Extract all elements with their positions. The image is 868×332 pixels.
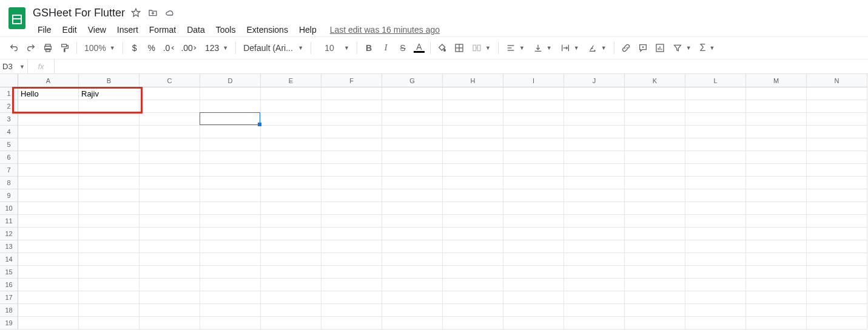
cell[interactable]	[625, 291, 685, 304]
cell[interactable]	[79, 100, 140, 113]
cell[interactable]	[807, 100, 867, 113]
cell[interactable]	[382, 138, 443, 151]
cell[interactable]	[625, 266, 685, 279]
cell[interactable]	[140, 100, 200, 113]
menu-view[interactable]: View	[83, 22, 111, 37]
cell[interactable]	[18, 240, 79, 253]
column-header[interactable]: N	[807, 74, 867, 87]
cell[interactable]	[200, 189, 261, 202]
cell[interactable]	[746, 164, 807, 177]
vertical-align-dropdown[interactable]: ▼	[530, 40, 556, 56]
menu-insert[interactable]: Insert	[112, 22, 143, 37]
cell[interactable]	[140, 177, 200, 189]
cell[interactable]	[443, 113, 503, 126]
cell[interactable]	[746, 279, 807, 291]
fill-color-button[interactable]	[434, 40, 450, 56]
cell[interactable]	[261, 215, 321, 228]
cell[interactable]	[746, 317, 807, 330]
cell[interactable]	[140, 228, 200, 240]
cell[interactable]	[503, 164, 564, 177]
more-formats-dropdown[interactable]: 123▼	[201, 40, 232, 56]
font-dropdown[interactable]: Default (Ari...▼	[240, 40, 307, 56]
cell[interactable]	[200, 113, 261, 126]
cell[interactable]	[140, 291, 200, 304]
cell[interactable]	[382, 279, 443, 291]
cell[interactable]	[200, 304, 261, 317]
cell[interactable]	[443, 240, 503, 253]
row-header[interactable]: 2	[0, 100, 18, 113]
cell[interactable]	[18, 151, 79, 164]
cell[interactable]	[685, 215, 746, 228]
cell[interactable]	[685, 279, 746, 291]
cell[interactable]	[685, 202, 746, 215]
cell[interactable]	[382, 228, 443, 240]
column-header[interactable]: H	[443, 74, 503, 87]
row-header[interactable]: 6	[0, 151, 18, 164]
cell[interactable]	[382, 215, 443, 228]
cell[interactable]	[443, 138, 503, 151]
cell[interactable]	[321, 317, 382, 330]
cell[interactable]	[807, 304, 867, 317]
row-header[interactable]: 4	[0, 126, 18, 138]
cell[interactable]	[443, 177, 503, 189]
cell[interactable]	[140, 240, 200, 253]
move-icon[interactable]	[147, 7, 159, 19]
currency-button[interactable]: $	[127, 40, 143, 56]
cell[interactable]	[18, 177, 79, 189]
column-header[interactable]: M	[746, 74, 807, 87]
cell[interactable]	[321, 126, 382, 138]
cell[interactable]	[140, 253, 200, 266]
cell[interactable]	[807, 126, 867, 138]
cell[interactable]	[564, 189, 625, 202]
cell[interactable]	[321, 253, 382, 266]
cell[interactable]	[261, 164, 321, 177]
cell[interactable]	[443, 228, 503, 240]
cell[interactable]	[321, 304, 382, 317]
document-title[interactable]: GSHeet For Flutter	[33, 7, 125, 19]
cell[interactable]	[746, 87, 807, 100]
cell[interactable]	[564, 100, 625, 113]
cell[interactable]	[321, 164, 382, 177]
cell[interactable]	[503, 279, 564, 291]
cell[interactable]	[200, 279, 261, 291]
cell[interactable]	[140, 266, 200, 279]
text-rotation-dropdown[interactable]: ▼	[584, 40, 610, 56]
cell[interactable]	[443, 253, 503, 266]
row-header[interactable]: 14	[0, 253, 18, 266]
cell[interactable]	[140, 164, 200, 177]
cell[interactable]	[625, 164, 685, 177]
cell[interactable]	[685, 240, 746, 253]
undo-button[interactable]	[6, 40, 22, 56]
functions-dropdown[interactable]: Σ▼	[696, 40, 719, 56]
cell[interactable]	[79, 177, 140, 189]
cell[interactable]	[18, 189, 79, 202]
cell[interactable]	[503, 189, 564, 202]
cell[interactable]	[79, 126, 140, 138]
cell[interactable]	[685, 126, 746, 138]
cell[interactable]	[685, 138, 746, 151]
insert-comment-button[interactable]	[635, 40, 651, 56]
column-header[interactable]: D	[200, 74, 261, 87]
column-header[interactable]: J	[564, 74, 625, 87]
cell[interactable]	[200, 177, 261, 189]
row-header[interactable]: 3	[0, 113, 18, 126]
cell[interactable]	[625, 253, 685, 266]
cell[interactable]	[321, 202, 382, 215]
cell[interactable]	[746, 151, 807, 164]
cell[interactable]	[79, 228, 140, 240]
text-wrap-dropdown[interactable]: ▼	[557, 40, 583, 56]
cell[interactable]	[564, 266, 625, 279]
cell[interactable]	[564, 317, 625, 330]
cell[interactable]	[79, 240, 140, 253]
cell[interactable]	[746, 177, 807, 189]
cell[interactable]	[18, 304, 79, 317]
cell[interactable]	[382, 126, 443, 138]
row-header[interactable]: 19	[0, 317, 18, 330]
merge-cells-dropdown[interactable]: ▼	[468, 40, 494, 56]
cell[interactable]	[200, 87, 261, 100]
cell[interactable]	[503, 151, 564, 164]
column-header[interactable]: B	[79, 74, 140, 87]
cell[interactable]	[18, 202, 79, 215]
column-header[interactable]: L	[685, 74, 746, 87]
cell[interactable]	[685, 164, 746, 177]
